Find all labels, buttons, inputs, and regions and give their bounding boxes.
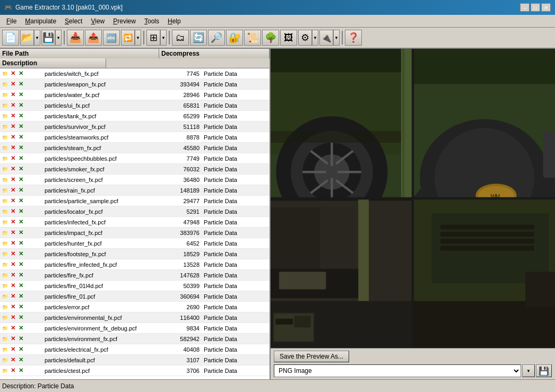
table-row[interactable]: 📁 ✕ ✕ particles/environment_fx_debug.pcf…: [0, 323, 270, 334]
extract-row-icon[interactable]: ✕: [17, 293, 24, 300]
delete-icon[interactable]: ✕: [9, 314, 16, 321]
col-header-description[interactable]: Description: [0, 58, 106, 68]
open-arrow[interactable]: ▼: [34, 30, 40, 46]
extract-row-icon[interactable]: ✕: [17, 123, 24, 130]
delete-icon[interactable]: ✕: [9, 208, 16, 215]
delete-icon[interactable]: ✕: [9, 367, 16, 374]
delete-icon[interactable]: ✕: [9, 155, 16, 162]
delete-icon[interactable]: ✕: [9, 187, 16, 194]
table-row[interactable]: 📁 ✕ ✕ particles/fire_fx.pcf 147628 Parti…: [0, 270, 270, 281]
save-arrow[interactable]: ▼: [55, 30, 62, 46]
delete-icon[interactable]: ✕: [9, 165, 16, 173]
replace-arrow[interactable]: ▼: [135, 30, 141, 46]
plugins-arrow[interactable]: ▼: [333, 30, 340, 46]
menu-preview[interactable]: Preview: [109, 16, 140, 26]
format-select[interactable]: PNG ImageJPEG ImageBMP ImageTGA Image: [274, 364, 521, 377]
save-button[interactable]: 💾: [41, 30, 55, 46]
help-button[interactable]: ❓: [345, 30, 362, 46]
table-row[interactable]: 📁 ✕ ✕ particles/infected_fx.pcf 47948 Pa…: [0, 217, 270, 228]
extract-row-icon[interactable]: ✕: [17, 187, 24, 194]
open-button[interactable]: 📂: [20, 30, 34, 46]
delete-icon[interactable]: ✕: [9, 240, 16, 247]
menu-tools[interactable]: Tools: [140, 16, 163, 26]
delete-icon[interactable]: ✕: [9, 261, 16, 268]
extract-row-icon[interactable]: ✕: [17, 250, 24, 258]
image-preview-button[interactable]: 🖼: [280, 30, 297, 46]
delete-icon[interactable]: ✕: [9, 250, 16, 258]
table-row[interactable]: 📁 ✕ ✕ particles/screen_fx.pcf 36480 Part…: [0, 175, 270, 185]
delete-icon[interactable]: ✕: [9, 134, 16, 141]
table-row[interactable]: 📁 ✕ ✕ particles/smoker_fx.pcf 76032 Part…: [0, 164, 270, 175]
extract-row-icon[interactable]: ✕: [17, 219, 24, 226]
delete-icon[interactable]: ✕: [9, 282, 16, 290]
table-row[interactable]: 📁 ✕ ✕ particles/steam_fx.pcf 45580 Parti…: [0, 143, 270, 153]
delete-icon[interactable]: ✕: [9, 70, 16, 77]
delete-icon[interactable]: ✕: [9, 102, 16, 109]
extract-row-icon[interactable]: ✕: [17, 346, 24, 353]
options-arrow[interactable]: ▼: [312, 30, 318, 46]
script-button[interactable]: 📜: [244, 30, 261, 46]
extract-row-icon[interactable]: ✕: [17, 134, 24, 141]
table-row[interactable]: 📁 ✕ ✕ particles/environment_fx.pcf 58294…: [0, 334, 270, 344]
delete-icon[interactable]: ✕: [9, 303, 16, 311]
format-dropdown-button[interactable]: ▼: [522, 364, 535, 377]
extract-row-icon[interactable]: ✕: [17, 325, 24, 332]
filetype-button[interactable]: 🗂: [172, 30, 189, 46]
delete-icon[interactable]: ✕: [9, 272, 16, 279]
delete-icon[interactable]: ✕: [9, 346, 16, 353]
view-arrow[interactable]: ▼: [160, 30, 167, 46]
menu-file[interactable]: File: [2, 16, 21, 26]
extract-row-icon[interactable]: ✕: [17, 335, 24, 343]
maximize-button[interactable]: □: [531, 3, 540, 12]
extract-row-icon[interactable]: ✕: [17, 261, 24, 268]
analyze-button[interactable]: 🔎: [208, 30, 225, 46]
extract-row-icon[interactable]: ✕: [17, 240, 24, 247]
table-row[interactable]: 📁 ✕ ✕ particles/locator_fx.pcf 5291 Part…: [0, 206, 270, 217]
hash-button[interactable]: 🔐: [226, 30, 243, 46]
menu-help[interactable]: Help: [163, 16, 185, 26]
table-row[interactable]: 📁 ✕ ✕ particles/tank_fx.pcf 65299 Partic…: [0, 111, 270, 121]
minimize-button[interactable]: –: [520, 3, 530, 12]
delete-icon[interactable]: ✕: [9, 229, 16, 237]
table-row[interactable]: 📁 ✕ ✕ particles/particle_sample.pcf 2947…: [0, 196, 270, 206]
col-header-filepath[interactable]: File Path: [0, 49, 159, 58]
delete-icon[interactable]: ✕: [9, 335, 16, 343]
table-row[interactable]: 📁 ✕ ✕ particles/default.pcf 3107 Particl…: [0, 355, 270, 365]
menu-select[interactable]: Select: [60, 16, 86, 26]
save-preview-button[interactable]: Save the Preview As...: [274, 351, 349, 362]
table-row[interactable]: 📁 ✕ ✕ particles/water_fx.pcf 28946 Parti…: [0, 90, 270, 100]
table-row[interactable]: 📁 ✕ ✕ particles/impact_fx.pcf 383976 Par…: [0, 228, 270, 238]
replace-button[interactable]: 🔁: [121, 30, 135, 46]
tree-button[interactable]: 🌳: [262, 30, 279, 46]
delete-icon[interactable]: ✕: [9, 112, 16, 120]
table-row[interactable]: 📁 ✕ ✕ particles/rain_fx.pcf 148189 Parti…: [0, 185, 270, 196]
delete-icon[interactable]: ✕: [9, 144, 16, 152]
extract-row-icon[interactable]: ✕: [17, 272, 24, 279]
table-row[interactable]: 📁 ✕ ✕ particles/speechbubbles.pcf 7749 P…: [0, 153, 270, 164]
delete-icon[interactable]: ✕: [9, 325, 16, 332]
table-row[interactable]: 📁 ✕ ✕ particles/steamworks.pcf 8878 Part…: [0, 132, 270, 143]
table-row[interactable]: 📁 ✕ ✕ particles/fire_01l4d.pcf 50399 Par…: [0, 281, 270, 291]
file-list-body[interactable]: 📁 ✕ ✕ particles/witch_fx.pcf 7745 Partic…: [0, 68, 270, 379]
extract-row-icon[interactable]: ✕: [17, 356, 24, 364]
table-row[interactable]: 📁 ✕ ✕ particles/fire_infected_fx.pcf 135…: [0, 259, 270, 270]
rename-button[interactable]: 🔤: [103, 30, 120, 46]
extract-row-icon[interactable]: ✕: [17, 314, 24, 321]
table-row[interactable]: 📁 ✕ ✕ particles/ctest.pcf 3706 Particle …: [0, 365, 270, 376]
convert-button[interactable]: 🔄: [190, 30, 207, 46]
delete-icon[interactable]: ✕: [9, 197, 16, 205]
table-row[interactable]: 📁 ✕ ✕ particles/survivor_fx.pcf 51118 Pa…: [0, 121, 270, 132]
table-row[interactable]: 📁 ✕ ✕ particles/weapon_fx.pcf 393494 Par…: [0, 79, 270, 90]
extract-row-icon[interactable]: ✕: [17, 208, 24, 215]
extract-row-icon[interactable]: ✕: [17, 282, 24, 290]
delete-icon[interactable]: ✕: [9, 176, 16, 184]
table-row[interactable]: 📁 ✕ ✕ particles/witch_fx.pcf 7745 Partic…: [0, 68, 270, 79]
delete-icon[interactable]: ✕: [9, 293, 16, 300]
extract-row-icon[interactable]: ✕: [17, 144, 24, 152]
save-format-button[interactable]: 💾: [536, 364, 552, 377]
close-button[interactable]: ✕: [541, 3, 551, 12]
table-row[interactable]: 📁 ✕ ✕ particles/environmental_fx.pcf 116…: [0, 312, 270, 323]
menu-view[interactable]: View: [86, 16, 109, 26]
table-row[interactable]: 📁 ✕ ✕ particles/error.pcf 2690 Particle …: [0, 302, 270, 312]
view-button[interactable]: ⊞: [146, 30, 160, 46]
